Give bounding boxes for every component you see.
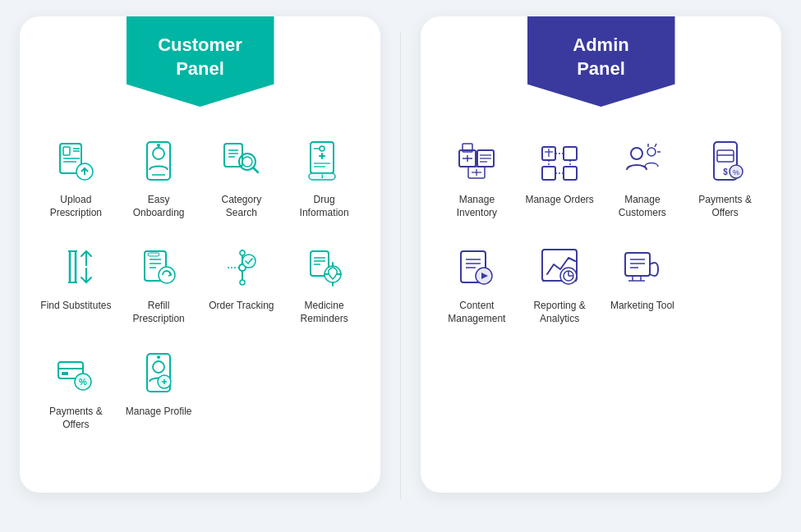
customer-items-grid: Upload Prescription Easy Onboarding [33, 126, 367, 437]
category-search-icon [215, 135, 268, 187]
easy-onboarding-icon [132, 135, 185, 187]
item-manage-customers[interactable]: Manage Customers [603, 126, 683, 224]
svg-line-18 [253, 168, 258, 173]
item-payments-offers-customer[interactable]: % Payments & Offers [36, 338, 116, 436]
customer-panel-header: Customer Panel [127, 16, 274, 107]
svg-point-86 [631, 148, 642, 159]
upload-prescription-label: Upload Prescription [39, 194, 113, 219]
svg-rect-92 [717, 150, 734, 162]
reporting-analytics-icon [533, 241, 586, 293]
svg-point-38 [159, 267, 175, 283]
marketing-tool-icon [616, 241, 669, 293]
item-marketing-tool[interactable]: Marketing Tool [603, 232, 683, 330]
order-tracking-icon [215, 241, 268, 293]
svg-text:%: % [733, 168, 739, 177]
item-drug-information[interactable]: ℹ Drug Information [284, 126, 364, 224]
item-upload-prescription[interactable]: Upload Prescription [36, 126, 116, 224]
svg-text:%: % [79, 377, 87, 387]
medicine-reminders-label: Medicine Reminders [288, 300, 361, 325]
svg-rect-56 [62, 372, 68, 375]
svg-point-11 [157, 144, 160, 147]
panel-divider [400, 33, 401, 499]
payments-offers-admin-icon: $ % [699, 135, 752, 187]
svg-rect-77 [564, 147, 577, 160]
manage-customers-icon [616, 135, 669, 187]
customer-panel: Customer Panel [20, 16, 380, 493]
manage-inventory-icon [450, 135, 503, 187]
order-tracking-label: Order Tracking [209, 300, 274, 313]
svg-point-20 [320, 146, 325, 151]
payments-offers-customer-label: Payments & Offers [39, 406, 113, 431]
svg-point-9 [153, 148, 164, 159]
manage-orders-label: Manage Orders [525, 194, 593, 207]
manage-profile-icon [132, 346, 185, 399]
item-category-search[interactable]: Category Search [202, 126, 282, 224]
medicine-reminders-icon [298, 241, 351, 293]
svg-rect-1 [63, 147, 70, 155]
drug-information-label: Drug Information [288, 194, 361, 219]
admin-panel: Admin Panel [421, 16, 781, 493]
refill-prescription-label: Refill Prescription [122, 300, 196, 325]
item-manage-inventory[interactable]: Manage Inventory [437, 126, 517, 224]
manage-customers-label: Manage Customers [606, 194, 679, 219]
svg-point-87 [647, 148, 656, 156]
refill-prescription-icon [132, 241, 185, 293]
svg-rect-79 [564, 167, 577, 180]
svg-line-89 [655, 144, 656, 147]
item-easy-onboarding[interactable]: Easy Onboarding [119, 126, 199, 224]
payments-offers-admin-label: Payments & Offers [688, 194, 762, 219]
svg-rect-78 [542, 167, 555, 180]
svg-point-41 [240, 250, 245, 255]
svg-point-42 [240, 280, 245, 285]
svg-text:$: $ [723, 167, 728, 177]
svg-point-61 [157, 355, 160, 359]
manage-profile-label: Manage Profile [126, 406, 192, 419]
marketing-tool-label: Marketing Tool [610, 300, 674, 313]
main-container: Customer Panel [0, 0, 801, 532]
item-find-substitutes[interactable]: Find Substitutes [36, 232, 116, 330]
find-substitutes-icon [49, 241, 102, 293]
svg-rect-109 [625, 253, 650, 276]
upload-prescription-icon [49, 135, 102, 187]
customer-panel-title: Customer Panel [146, 34, 255, 80]
easy-onboarding-label: Easy Onboarding [122, 194, 196, 219]
content-management-icon [450, 241, 503, 293]
category-search-label: Category Search [205, 194, 279, 219]
find-substitutes-label: Find Substitutes [40, 300, 111, 313]
item-manage-profile[interactable]: Manage Profile [119, 338, 199, 436]
item-manage-orders[interactable]: Manage Orders [520, 126, 600, 224]
svg-point-17 [242, 157, 252, 167]
admin-panel-title: Admin Panel [547, 34, 656, 80]
item-refill-prescription[interactable]: Refill Prescription [119, 232, 199, 330]
manage-orders-icon [533, 135, 586, 187]
svg-point-60 [153, 361, 164, 373]
admin-panel-header: Admin Panel [527, 16, 675, 107]
item-medicine-reminders[interactable]: Medicine Reminders [284, 232, 364, 330]
drug-information-icon: ℹ [298, 135, 351, 187]
svg-rect-23 [321, 153, 323, 159]
content-management-label: Content Management [440, 300, 513, 325]
item-content-management[interactable]: Content Management [437, 232, 517, 330]
manage-inventory-label: Manage Inventory [440, 194, 513, 219]
item-order-tracking[interactable]: Order Tracking [202, 232, 282, 330]
svg-point-44 [242, 255, 255, 268]
payments-offers-customer-icon: % [49, 346, 102, 399]
reporting-analytics-label: Reporting & Analytics [523, 300, 596, 325]
svg-rect-39 [148, 253, 159, 256]
item-reporting-analytics[interactable]: Reporting & Analytics [520, 232, 600, 330]
item-payments-offers-admin[interactable]: $ % Payments & Offers [685, 126, 765, 224]
admin-items-grid: Manage Inventory [434, 126, 768, 330]
